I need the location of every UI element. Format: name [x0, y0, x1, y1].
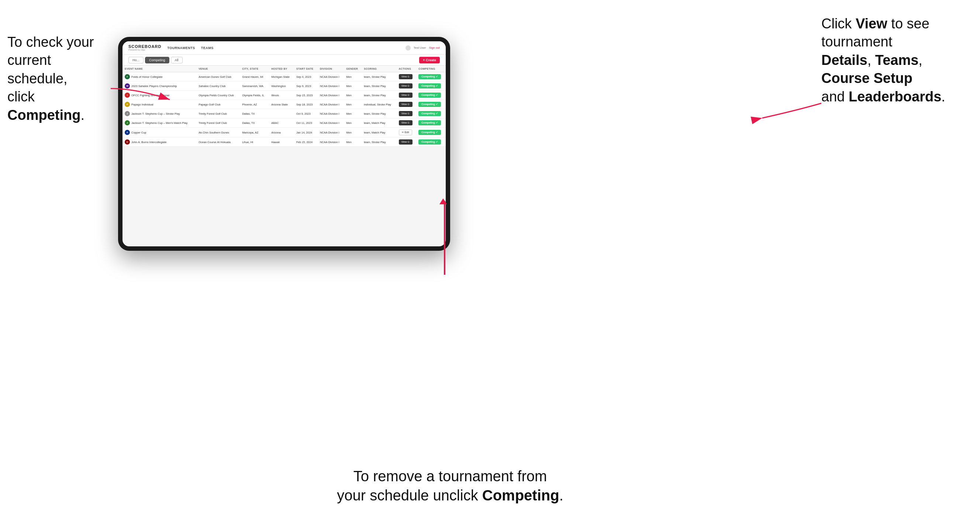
cell-venue: American Dunes Golf Club — [196, 72, 240, 81]
competing-button[interactable]: Competing ✓ — [418, 130, 441, 135]
cell-city: Dallas, TX — [240, 118, 269, 128]
view-button[interactable]: View ⊙ — [399, 102, 412, 107]
col-competing: COMPETING — [416, 66, 446, 72]
cell-actions[interactable]: View ⊙ — [397, 81, 417, 91]
cell-date: Oct 11, 2023 — [294, 118, 318, 128]
competing-button[interactable]: Competing ✓ — [418, 102, 441, 107]
cell-date: Feb 15, 2024 — [294, 138, 318, 147]
cell-competing[interactable]: Competing ✓ — [416, 109, 446, 118]
cell-gender: Men — [344, 138, 361, 147]
sign-out-link[interactable]: Sign out — [429, 46, 440, 49]
user-name: Test User — [414, 46, 426, 49]
col-gender: GENDER — [344, 66, 361, 72]
competing-button[interactable]: Competing ✓ — [418, 83, 441, 89]
annotation-line1: To check your — [7, 34, 94, 50]
cell-division: NCAA Division I — [318, 118, 344, 128]
cell-gender: Men — [344, 128, 361, 138]
bottom-suffix: . — [559, 487, 563, 503]
cell-competing[interactable]: Competing ✓ — [416, 118, 446, 128]
cell-city: Phoenix, AZ — [240, 100, 269, 109]
toolbar: Ho... Competing All + Create — [123, 55, 446, 66]
cell-actions[interactable]: View ⊙ — [397, 91, 417, 100]
view-button[interactable]: View ⊙ — [399, 83, 412, 89]
view-button[interactable]: View ⊙ — [399, 140, 412, 144]
view-button[interactable]: View ⊙ — [399, 92, 412, 98]
table-row: P Papago Individual Papago Golf Club Pho… — [123, 100, 446, 109]
cell-division: NCAA Division I — [318, 128, 344, 138]
tr-teams: Teams — [875, 52, 919, 68]
tr-suffix: to see — [888, 16, 929, 31]
tr-course: Course Setup — [821, 70, 913, 86]
competing-button[interactable]: Competing ✓ — [418, 120, 441, 125]
tablet-frame: SCOREBOARD Powered by clipp TOURNAMENTS … — [118, 37, 450, 251]
col-hosted: HOSTED BY — [269, 66, 294, 72]
nav-teams[interactable]: TEAMS — [201, 46, 214, 50]
cell-actions[interactable]: ✏ Edit — [397, 128, 417, 138]
annotation-top-right: Click View to see tournament Details, Te… — [821, 15, 976, 106]
cell-actions[interactable]: View ⊙ — [397, 118, 417, 128]
cell-competing[interactable]: Competing ✓ — [416, 128, 446, 138]
cell-hosted: ABAC — [269, 118, 294, 128]
tablet-screen: SCOREBOARD Powered by clipp TOURNAMENTS … — [123, 41, 446, 246]
cell-gender: Men — [344, 72, 361, 81]
cell-actions[interactable]: View ⊙ — [397, 100, 417, 109]
table-row: A Copper Cup Ak-Chin Southern Dunes Mari… — [123, 128, 446, 138]
view-button[interactable]: View ⊙ — [399, 111, 412, 116]
competing-button[interactable]: Competing ✓ — [418, 92, 441, 98]
competing-button[interactable]: Competing ✓ — [418, 74, 441, 79]
cell-event-name: P Papago Individual — [123, 100, 196, 109]
cell-city: Olympia Fields, IL — [240, 91, 269, 100]
competing-button[interactable]: Competing ✓ — [418, 111, 441, 116]
cell-scoring: individual, Stroke Play — [361, 100, 396, 109]
cell-competing[interactable]: Competing ✓ — [416, 72, 446, 81]
cell-actions[interactable]: View ⊙ — [397, 72, 417, 81]
view-button[interactable]: View ⊙ — [399, 120, 412, 125]
cell-scoring: team, Stroke Play — [361, 138, 396, 147]
cell-venue: Ocean Course At Hokuala — [196, 138, 240, 147]
cell-competing[interactable]: Competing ✓ — [416, 91, 446, 100]
competing-button[interactable]: Competing ✓ — [418, 140, 441, 144]
cell-event-name: I OFCC Fighting Illini Invitational — [123, 91, 196, 100]
cell-venue: Sahalee Country Club — [196, 81, 240, 91]
events-table: EVENT NAME VENUE CITY, STATE HOSTED BY S… — [123, 66, 446, 147]
scoreboard-brand: SCOREBOARD Powered by clipp — [129, 44, 161, 51]
tab-competing[interactable]: Competing — [145, 57, 169, 63]
cell-hosted: Michigan State — [269, 72, 294, 81]
cell-division: NCAA Division I — [318, 72, 344, 81]
cell-actions[interactable]: View ⊙ — [397, 138, 417, 147]
cell-gender: Men — [344, 100, 361, 109]
table-container[interactable]: EVENT NAME VENUE CITY, STATE HOSTED BY S… — [123, 66, 446, 147]
cell-gender: Men — [344, 109, 361, 118]
cell-actions[interactable]: View ⊙ — [397, 109, 417, 118]
create-button[interactable]: + Create — [419, 57, 440, 63]
tab-all[interactable]: All — [171, 57, 183, 63]
edit-button[interactable]: ✏ Edit — [399, 129, 412, 135]
tr-prefix: Click — [821, 16, 856, 31]
table-row: J Jackson T. Stephens Cup – Men's Match … — [123, 118, 446, 128]
view-button[interactable]: View ⊙ — [399, 74, 412, 79]
cell-city: Maricopa, AZ — [240, 128, 269, 138]
annotation-line3-bold: Competing — [7, 107, 80, 123]
nav-tournaments[interactable]: TOURNAMENTS — [167, 46, 195, 50]
tab-home[interactable]: Ho... — [129, 57, 143, 63]
cell-competing[interactable]: Competing ✓ — [416, 100, 446, 109]
cell-hosted — [269, 109, 294, 118]
annotation-line3-prefix: click — [7, 89, 35, 104]
cell-hosted: Hawaii — [269, 138, 294, 147]
cell-venue: Ak-Chin Southern Dunes — [196, 128, 240, 138]
table-row: W 2023 Sahalee Players Championship Saha… — [123, 81, 446, 91]
cell-city: Lihue, HI — [240, 138, 269, 147]
cell-competing[interactable]: Competing ✓ — [416, 138, 446, 147]
cell-event-name: J Jackson T. Stephens Cup – Men's Match … — [123, 118, 196, 128]
bottom-bold: Competing — [482, 487, 559, 503]
cell-date: Sep 4, 2023 — [294, 72, 318, 81]
cell-event-name: F Folds of Honor Collegiate — [123, 72, 196, 81]
cell-gender: Men — [344, 81, 361, 91]
table-row: I OFCC Fighting Illini Invitational Olym… — [123, 91, 446, 100]
cell-hosted: Arizona — [269, 128, 294, 138]
arrow-to-view — [751, 96, 825, 125]
cell-venue: Trinity Forest Golf Club — [196, 118, 240, 128]
cell-competing[interactable]: Competing ✓ — [416, 81, 446, 91]
cell-hosted: Washington — [269, 81, 294, 91]
col-division: DIVISION — [318, 66, 344, 72]
